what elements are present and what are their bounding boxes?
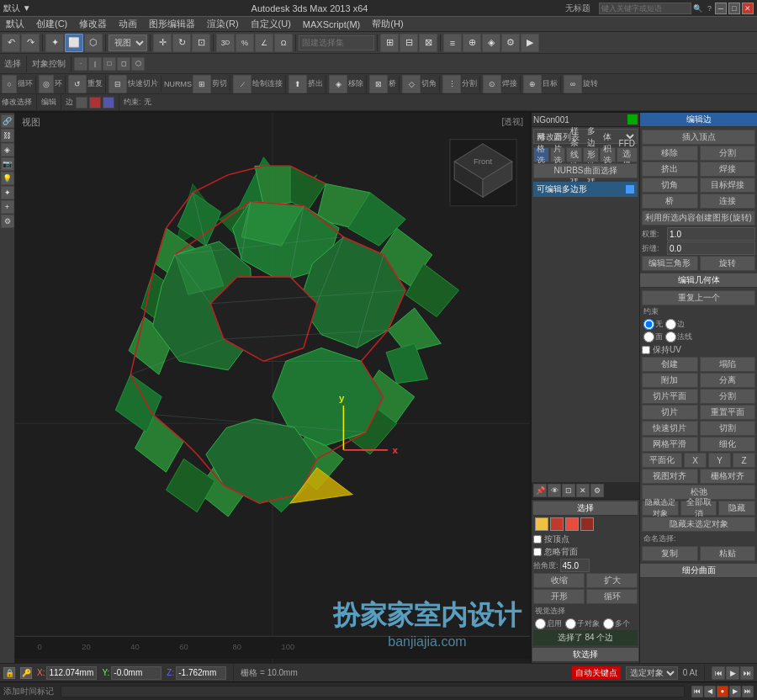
radio-enable[interactable] <box>535 618 546 629</box>
ignore-backface-check[interactable] <box>533 548 542 556</box>
soft-select-header[interactable]: 软选择 <box>532 648 638 662</box>
configure-mod-btn[interactable]: ⚙ <box>590 484 604 497</box>
select-region-btn[interactable]: ⬡ <box>84 34 103 52</box>
select-btn[interactable]: ⬜ <box>65 34 83 52</box>
repeat-btn[interactable]: ↺ <box>68 75 87 93</box>
menu-render[interactable]: 渲染(R) <box>204 18 241 30</box>
pin-stack-btn[interactable]: 📌 <box>533 484 547 497</box>
color-yellow[interactable] <box>535 517 548 531</box>
mirror-btn[interactable]: ⊞ <box>380 34 399 52</box>
sub-select-edge[interactable]: | <box>88 57 102 71</box>
bevel-tb-btn[interactable]: ◈ <box>329 75 347 93</box>
align-options[interactable]: ⊠ <box>419 34 437 52</box>
edge-radio[interactable] <box>665 319 676 330</box>
none-radio[interactable] <box>643 319 654 330</box>
ring-btn[interactable]: 循环 <box>586 589 638 604</box>
menu-maxscript[interactable]: MAXScript(M) <box>300 19 363 29</box>
sub-select-vert[interactable]: · <box>74 57 87 71</box>
add-time-btn[interactable]: 添加时间标记 <box>3 686 54 697</box>
chamfer-tb-btn[interactable]: ◇ <box>402 75 421 93</box>
bridge-tb-btn[interactable]: ⊠ <box>369 75 388 93</box>
percent-snap[interactable]: Ω <box>274 34 293 52</box>
ring-btn[interactable]: ◎ <box>39 75 54 93</box>
quickslice-tb-btn[interactable]: ⊟ <box>109 75 127 93</box>
color-darkred[interactable] <box>580 517 594 531</box>
radio-subobj[interactable] <box>565 618 576 629</box>
target-label-btn[interactable]: ⊕ <box>523 75 542 93</box>
nurms-btn[interactable]: ⊞ <box>193 75 211 93</box>
insert-vertex-btn[interactable]: 插入顶点 <box>642 130 755 145</box>
rotate-tri-btn[interactable]: 旋转 <box>700 256 755 271</box>
repeat-last-btn[interactable]: 重复上一个 <box>642 290 755 305</box>
menu-create[interactable]: 创建(C) <box>34 18 70 30</box>
record-btn[interactable]: ● <box>717 686 728 697</box>
color-red[interactable] <box>550 517 564 531</box>
play-btn[interactable]: ▶ <box>726 666 739 680</box>
quickslice-btn[interactable]: 快速切片 <box>642 421 697 436</box>
weld-btn[interactable]: 焊接 <box>700 162 755 177</box>
search-input[interactable] <box>599 3 691 14</box>
reset-plane-btn[interactable]: 重置平面 <box>700 405 755 420</box>
minimize-btn[interactable]: ─ <box>715 3 727 14</box>
chamfer-btn[interactable]: 切角 <box>642 178 697 193</box>
vol-sel-btn[interactable]: 体积选择 <box>600 147 616 162</box>
align-btn[interactable]: ⊟ <box>400 34 418 52</box>
detach-btn[interactable]: 分离 <box>700 373 755 388</box>
sub-select-border[interactable]: □ <box>103 57 116 71</box>
planarize-btn[interactable]: 平面化 <box>642 453 682 468</box>
edge-color-3[interactable] <box>103 97 114 109</box>
vtb-freespot[interactable]: ✦ <box>1 186 14 199</box>
normal-radio[interactable] <box>665 331 676 342</box>
edit-edge-header[interactable]: 编辑边 <box>640 113 757 127</box>
planarize-z-btn[interactable]: Z <box>733 453 755 468</box>
mesh-sel-btn[interactable]: 网格选择 <box>533 147 549 162</box>
planarize-x-btn[interactable]: X <box>684 453 707 468</box>
sub-select-elem[interactable]: ⬡ <box>131 57 145 71</box>
vtb-light-target[interactable]: 💡 <box>1 172 14 185</box>
hide-selected-btn[interactable]: 隐藏选定对象 <box>642 501 679 516</box>
angle-snap[interactable]: ∠ <box>255 34 273 52</box>
view-align-btn[interactable]: 视图对齐 <box>642 469 697 484</box>
timeline-bar[interactable] <box>61 686 685 697</box>
material-btn[interactable]: ◈ <box>482 34 500 52</box>
menu-customize[interactable]: 自定义(U) <box>248 18 294 30</box>
split2-btn[interactable]: 分割 <box>700 389 755 404</box>
tessellate-btn[interactable]: 细化 <box>700 437 755 452</box>
vtb-helper[interactable]: + <box>1 200 14 214</box>
cut-btn[interactable]: 切割 <box>700 421 755 436</box>
hide-label-btn[interactable]: 隐藏 <box>718 501 755 516</box>
select-filter-select[interactable]: 选定对象 <box>626 666 678 680</box>
extrude-tb-btn[interactable]: ⬆ <box>289 75 307 93</box>
select-filter-btn[interactable]: ✦ <box>45 34 64 52</box>
color-red2[interactable] <box>565 517 579 531</box>
face-radio[interactable] <box>643 331 654 342</box>
edge-color-1[interactable] <box>76 97 87 109</box>
menu-help[interactable]: 帮助(H) <box>369 18 405 30</box>
bridge-btn[interactable]: 桥 <box>642 194 697 209</box>
subdivide-header[interactable]: 细分曲面 <box>640 564 757 578</box>
shrink-btn[interactable]: 收缩 <box>533 573 585 588</box>
edit-tri-btn[interactable]: 编辑三角形 <box>642 256 697 271</box>
open-btn[interactable]: 开形 <box>533 589 585 604</box>
split-btn[interactable]: 分割 <box>700 146 755 161</box>
layer-btn[interactable]: ≡ <box>443 34 462 52</box>
create-geom-btn[interactable]: 创建 <box>642 357 697 372</box>
viewport[interactable]: 视图 X Y Z <box>15 113 530 663</box>
poly-sel-btn[interactable]: 多边形选择 <box>583 147 599 162</box>
maximize-btn[interactable]: □ <box>728 3 740 14</box>
angle-input[interactable] <box>560 559 590 572</box>
hide-unselected-btn[interactable]: 隐藏未选定对象 <box>642 517 755 532</box>
make-unique-btn[interactable]: ⊡ <box>562 484 575 497</box>
last-frame-btn[interactable]: ⏭ <box>742 686 754 697</box>
vtb-link[interactable]: 🔗 <box>1 114 14 128</box>
undo-btn[interactable]: ↶ <box>2 34 20 52</box>
loop-btn[interactable]: ○ <box>2 75 17 93</box>
vtb-bind[interactable]: ◈ <box>1 143 14 156</box>
grow-btn[interactable]: 扩大 <box>586 573 638 588</box>
show-result-btn[interactable]: 👁 <box>548 484 561 497</box>
menu-default[interactable]: 默认 <box>3 18 27 30</box>
next-frame-btn[interactable]: ⏭ <box>740 666 754 680</box>
close-btn[interactable]: ✕ <box>742 3 754 14</box>
select-move-btn[interactable]: ✛ <box>153 34 172 52</box>
snap-3d-btn[interactable]: 3D <box>216 34 235 52</box>
